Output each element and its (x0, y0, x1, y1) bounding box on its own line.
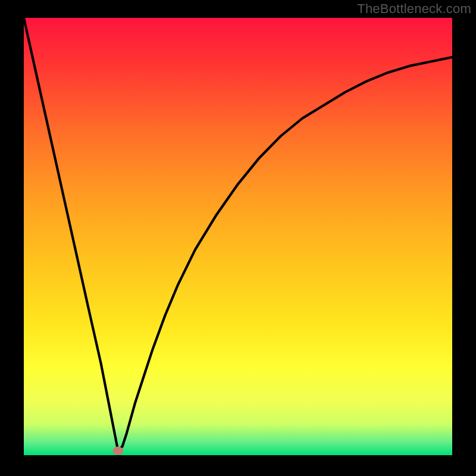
plot-area (24, 18, 452, 455)
chart-frame: TheBottleneck.com (0, 0, 476, 476)
watermark-text: TheBottleneck.com (357, 1, 471, 17)
min-marker (24, 18, 452, 455)
svg-point-1 (112, 447, 123, 455)
